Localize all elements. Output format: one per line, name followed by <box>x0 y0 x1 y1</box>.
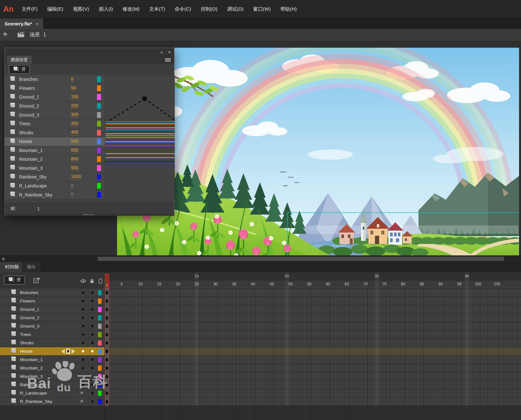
keyframe-dot[interactable] <box>106 392 108 395</box>
layer-depth-value[interactable]: 350 <box>71 121 78 127</box>
tab-close-icon[interactable]: × <box>36 21 39 26</box>
timeline-layer-row[interactable]: Mountain_1 <box>0 356 104 364</box>
lock-column-icon[interactable] <box>90 279 94 285</box>
depth-graph[interactable] <box>105 75 175 199</box>
layer-visibility-dot[interactable] <box>82 333 84 336</box>
menu-item[interactable]: 调试(D) <box>222 4 248 15</box>
keyframe-dot[interactable] <box>106 367 108 370</box>
layer-color-swatch[interactable] <box>98 349 102 354</box>
keyframe-dot[interactable] <box>106 400 108 403</box>
layer-color-swatch[interactable] <box>97 156 101 162</box>
frames-grid-row[interactable] <box>105 347 521 356</box>
layer-visibility-dot[interactable] <box>82 291 84 294</box>
layer-depth-value[interactable]: 200 <box>71 103 78 109</box>
timeline-layer-row[interactable]: Mountain_3 <box>0 372 104 381</box>
layer-depth-value[interactable]: 1000 <box>71 174 81 180</box>
depth-layer-row[interactable]: Mountain_3900 <box>5 164 105 173</box>
layer-visibility-dot[interactable] <box>82 384 84 386</box>
layer-lock-dot[interactable] <box>91 375 93 377</box>
layer-lock-dot[interactable] <box>91 300 93 302</box>
keyframe-dot[interactable] <box>106 383 108 387</box>
frames-grid-row[interactable] <box>105 314 521 322</box>
adjust-depth-curve-icon[interactable] <box>33 277 41 285</box>
depth-layer-row[interactable]: Trees350 <box>5 119 105 129</box>
layer-depth-value[interactable]: 150 <box>71 94 78 100</box>
panel-scroll-strip[interactable] <box>5 214 174 216</box>
frames-grid-row[interactable] <box>105 339 521 347</box>
keyframe-dot[interactable] <box>106 375 108 378</box>
depth-layer-row[interactable]: Shrubs400 <box>5 128 105 137</box>
layer-depth-value[interactable]: 50 <box>71 85 76 91</box>
layer-depth-value[interactable]: 400 <box>71 129 78 136</box>
depth-layer-row[interactable]: House500 <box>5 137 105 146</box>
layer-lock-dot[interactable] <box>91 325 93 327</box>
depth-layer-row[interactable]: R_Rainbow_Sky0 <box>5 190 105 199</box>
tab-output[interactable]: 输出 <box>22 262 41 272</box>
timeline-layer-row[interactable]: R_Rainbow_Sky× <box>0 397 104 406</box>
keyframe-dot[interactable] <box>106 350 108 353</box>
layer-color-swatch[interactable] <box>97 148 101 153</box>
layer-color-swatch[interactable] <box>98 324 102 329</box>
timeline-layer-row[interactable]: Rainbow_Sky <box>0 381 104 389</box>
layer-lock-dot[interactable] <box>91 384 93 386</box>
layer-depth-value[interactable]: 600 <box>71 148 78 154</box>
timeline-layer-row[interactable]: Shrubs <box>0 339 104 347</box>
layer-visibility-dot[interactable] <box>82 342 84 344</box>
collapse-panel-icon[interactable]: « <box>160 50 163 54</box>
keyframe-dot[interactable] <box>106 358 108 361</box>
timeline-layer-row[interactable]: House <box>0 347 104 356</box>
layer-depth-value[interactable]: 0 <box>71 76 74 82</box>
playhead[interactable]: 1 <box>105 274 109 289</box>
horizontal-scrollbar[interactable] <box>0 255 521 262</box>
timeline-layer-row[interactable]: Ground_3 <box>0 322 104 330</box>
scroll-left-arrow-icon[interactable] <box>0 256 6 262</box>
layer-depth-value[interactable]: 0 <box>71 183 74 189</box>
layer-color-swatch[interactable] <box>98 332 102 337</box>
layer-color-swatch[interactable] <box>98 307 102 312</box>
layer-color-swatch[interactable] <box>97 76 101 82</box>
menu-item[interactable]: 文件(F) <box>17 4 42 15</box>
timeline-layer-row[interactable]: Ground_2 <box>0 314 104 322</box>
layer-color-swatch[interactable] <box>97 121 101 127</box>
layer-color-swatch[interactable] <box>97 130 101 136</box>
timeline-layer-row[interactable]: R_Landscape× <box>0 389 104 397</box>
timeline-layer-row[interactable]: Flowers <box>0 297 104 305</box>
depth-layer-row[interactable]: Mountain_1600 <box>5 146 105 155</box>
timeline-layer-row[interactable]: Ground_1 <box>0 305 104 314</box>
menu-item[interactable]: 命令(C) <box>170 4 196 15</box>
previous-keyframe-icon[interactable] <box>61 349 65 354</box>
app-logo[interactable]: An <box>0 5 17 14</box>
depth-layer-row[interactable]: Ground_2200 <box>5 102 105 111</box>
panel-scroll-grip[interactable] <box>84 214 95 215</box>
keyframe-dot[interactable] <box>106 341 108 345</box>
layer-hidden-x-icon[interactable]: × <box>80 398 83 404</box>
menu-item[interactable]: 窗口(W) <box>248 4 275 15</box>
depth-layer-row[interactable]: Ground_3300 <box>5 110 105 119</box>
layer-color-swatch[interactable] <box>97 174 101 180</box>
layer-lock-dot[interactable] <box>91 350 93 352</box>
keyframe-dot[interactable] <box>106 300 108 303</box>
keyframe-dot[interactable] <box>106 316 108 320</box>
frames-grid-row[interactable] <box>105 297 521 305</box>
frames-grid[interactable] <box>105 289 521 406</box>
scrollbar-thumb[interactable] <box>98 257 504 261</box>
close-panel-icon[interactable]: × <box>168 50 171 54</box>
layer-color-swatch[interactable] <box>97 183 101 189</box>
menu-item[interactable]: 编辑(E) <box>42 4 68 15</box>
layer-color-swatch[interactable] <box>97 94 101 100</box>
layer-depth-tab[interactable]: 图层深度 <box>7 56 32 64</box>
layer-hidden-x-icon[interactable]: × <box>80 390 83 396</box>
layer-depth-value[interactable]: 0 <box>71 192 74 198</box>
layer-lock-dot[interactable] <box>91 333 93 336</box>
menu-item[interactable]: 文本(T) <box>144 4 170 15</box>
depth-layer-row[interactable]: R_Landscape0 <box>5 182 105 191</box>
layer-lock-dot[interactable] <box>91 367 93 369</box>
frames-grid-row[interactable] <box>105 322 521 330</box>
panel-title-bar[interactable]: « × <box>5 48 174 56</box>
menu-item[interactable]: 控制(O) <box>196 4 222 15</box>
timeline-layer-row[interactable]: Branches <box>0 289 104 297</box>
frame-value[interactable]: 1 <box>37 206 40 211</box>
document-tab[interactable]: Scenery.fla* × <box>0 18 44 29</box>
menu-item[interactable]: 视图(V) <box>68 4 94 15</box>
depth-layer-row[interactable]: Rainbow_Sky1000 <box>5 173 105 182</box>
